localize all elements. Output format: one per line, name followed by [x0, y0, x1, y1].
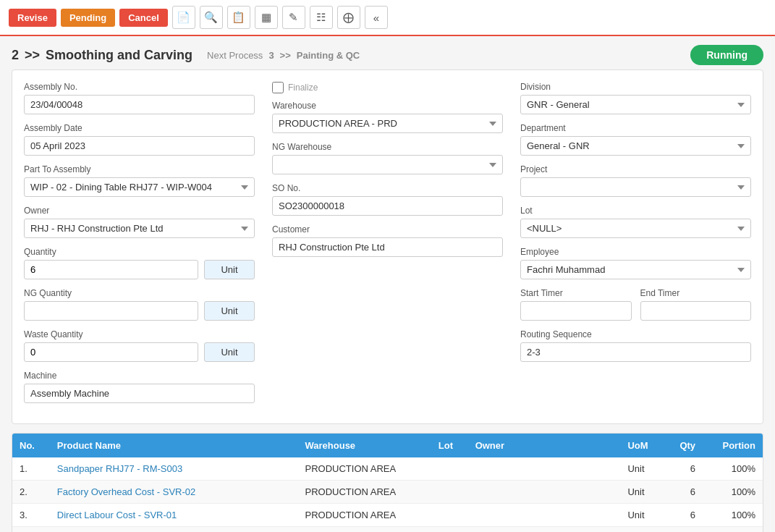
waste-quantity-input[interactable] [24, 342, 198, 362]
routing-sequence-input[interactable] [520, 342, 751, 362]
grid-icon-btn[interactable]: ☷ [310, 6, 333, 29]
col-lot: Lot [431, 434, 468, 457]
routing-sequence-label: Routing Sequence [520, 329, 751, 339]
assembly-no-input[interactable] [24, 95, 255, 114]
form-card: Assembly No. Assembly Date Part To Assem… [12, 69, 763, 424]
finalize-label: Finalize [288, 83, 318, 93]
col-warehouse: Warehouse [298, 434, 431, 457]
cell-owner [468, 481, 621, 504]
owner-select[interactable]: RHJ - RHJ Construction Pte Ltd [24, 219, 255, 238]
start-timer-label: Start Timer [520, 288, 632, 298]
ng-quantity-label: NG Quantity [24, 288, 255, 298]
pending-button[interactable]: Pending [61, 9, 115, 27]
owner-group: Owner RHJ - RHJ Construction Pte Ltd [24, 206, 255, 238]
cancel-button[interactable]: Cancel [119, 9, 168, 27]
step-name: Smoothing and Carving [46, 48, 192, 63]
assembly-date-input[interactable] [24, 136, 255, 156]
cell-qty: 6 [664, 504, 703, 527]
cell-lot [431, 527, 468, 533]
project-select[interactable] [520, 177, 751, 197]
cell-owner: RHJ Construction Pte Ltd [468, 527, 621, 533]
toolbar: Revise Pending Cancel 📄 🔍 📋 ▦ ✎ ☷ ⨁ « [0, 0, 775, 36]
cell-lot [431, 504, 468, 527]
step-number: 2 [12, 48, 19, 63]
breadcrumb: 2 >> Smoothing and Carving Next Process … [12, 48, 360, 63]
breadcrumb-separator: >> [25, 48, 40, 63]
waste-quantity-unit: Unit [204, 342, 255, 362]
cell-uom: Unit [620, 527, 664, 533]
cell-product[interactable]: Direct Labour Cost - SVR-01 [50, 504, 298, 527]
division-group: Division GNR - General [520, 82, 751, 114]
ng-quantity-unit: Unit [204, 301, 255, 321]
cell-product[interactable]: WIP - 01 - Dining Table RHJ77 - WIP-W003 [50, 527, 298, 533]
table-row: 1. Sandpaper RHJ77 - RM-S003 PRODUCTION … [12, 457, 763, 481]
next-process-label: Next Process [207, 50, 263, 61]
ng-quantity-group: NG Quantity Unit [24, 288, 255, 321]
waste-quantity-group: Waste Quantity Unit [24, 329, 255, 362]
table-row: 2. Factory Overhead Cost - SVR-02 PRODUC… [12, 481, 763, 504]
finalize-checkbox[interactable] [272, 82, 284, 93]
back-icon-btn[interactable]: « [365, 6, 388, 29]
materials-table: No. Product Name Warehouse Lot Owner UoM… [12, 434, 763, 532]
list-icon-btn[interactable]: 📋 [227, 6, 250, 29]
warehouse-select[interactable]: PRODUCTION AREA - PRD [272, 114, 503, 133]
lot-select[interactable]: <NULL> [520, 219, 751, 238]
cell-portion: 100% [703, 481, 763, 504]
finalize-group: Finalize [272, 82, 503, 93]
ng-quantity-row: Unit [24, 301, 255, 321]
so-no-input[interactable] [272, 196, 503, 216]
cell-owner [468, 457, 621, 481]
customer-input[interactable] [272, 237, 503, 257]
cell-warehouse: PRODUCTION AREA [298, 527, 431, 533]
employee-select[interactable]: Fachri Muhammad [520, 260, 751, 279]
cell-product[interactable]: Factory Overhead Cost - SVR-02 [50, 481, 298, 504]
start-timer-input[interactable] [520, 301, 632, 321]
form-grid: Assembly No. Assembly Date Part To Assem… [24, 82, 751, 412]
timer-group: Start Timer End Timer [520, 288, 751, 321]
end-timer-group: End Timer [640, 288, 752, 321]
col-portion: Portion [703, 434, 763, 457]
next-step-number: 3 [268, 50, 274, 61]
so-no-group: SO No. [272, 183, 503, 216]
assembly-date-group: Assembly Date [24, 123, 255, 156]
waste-quantity-row: Unit [24, 342, 255, 362]
cell-qty: 6 [664, 481, 703, 504]
ng-quantity-input[interactable] [24, 301, 198, 321]
search-icon-btn[interactable]: 🔍 [200, 6, 223, 29]
ng-warehouse-select[interactable] [272, 155, 503, 174]
project-label: Project [520, 164, 751, 174]
cell-product[interactable]: Sandpaper RHJ77 - RM-S003 [50, 457, 298, 481]
warehouse-group: Warehouse PRODUCTION AREA - PRD [272, 101, 503, 133]
col-qty: Qty [664, 434, 703, 457]
table-header: No. Product Name Warehouse Lot Owner UoM… [12, 434, 763, 457]
customer-group: Customer [272, 224, 503, 257]
assembly-date-label: Assembly Date [24, 123, 255, 133]
start-timer-group: Start Timer [520, 288, 632, 321]
col-owner: Owner [468, 434, 621, 457]
cell-uom: Unit [620, 481, 664, 504]
end-timer-input[interactable] [640, 301, 752, 321]
ng-warehouse-label: NG Warehouse [272, 142, 503, 152]
cell-no: 4. [12, 527, 50, 533]
department-select[interactable]: General - GNR [520, 136, 751, 156]
part-to-assembly-select[interactable]: WIP - 02 - Dining Table RHJ77 - WIP-W004 [24, 177, 255, 197]
machine-input[interactable] [24, 384, 255, 403]
cell-no: 2. [12, 481, 50, 504]
department-group: Department General - GNR [520, 123, 751, 156]
table-body: 1. Sandpaper RHJ77 - RM-S003 PRODUCTION … [12, 457, 763, 532]
document-icon-btn[interactable]: 📄 [172, 6, 195, 29]
ng-warehouse-group: NG Warehouse [272, 142, 503, 174]
next-step-separator: >> [280, 50, 291, 61]
next-step-name: Painting & QC [297, 50, 360, 61]
part-to-assembly-group: Part To Assembly WIP - 02 - Dining Table… [24, 164, 255, 197]
materials-table-container: No. Product Name Warehouse Lot Owner UoM… [12, 433, 763, 532]
cell-no: 3. [12, 504, 50, 527]
quantity-input[interactable] [24, 260, 198, 279]
division-select[interactable]: GNR - General [520, 95, 751, 114]
revise-button[interactable]: Revise [9, 9, 56, 27]
cell-qty: 6 [664, 457, 703, 481]
barcode-icon-btn[interactable]: ▦ [255, 6, 278, 29]
plus-circle-icon-btn[interactable]: ⨁ [337, 6, 360, 29]
edit-icon-btn[interactable]: ✎ [282, 6, 305, 29]
lot-group: Lot <NULL> [520, 206, 751, 238]
